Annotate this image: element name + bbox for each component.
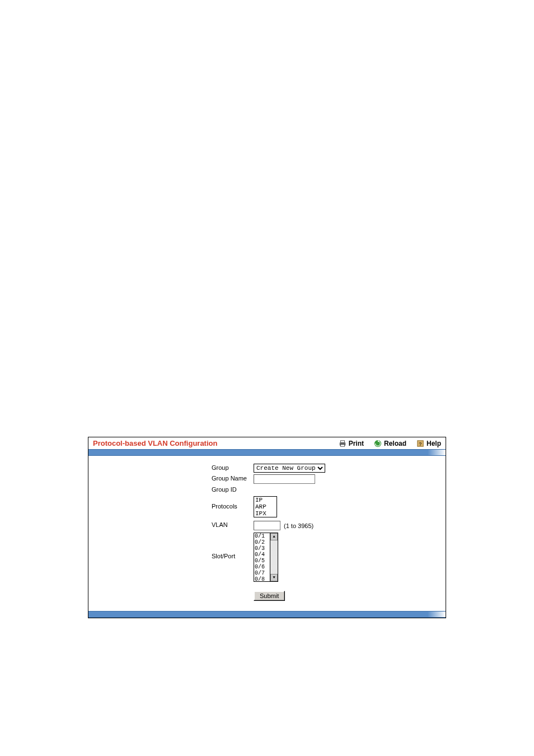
svg-text:?: ?: [419, 441, 421, 446]
group-name-label: Group Name: [88, 474, 254, 482]
list-item[interactable]: 0/3: [254, 545, 270, 552]
printer-icon: [339, 440, 346, 447]
group-id-label: Group ID: [88, 486, 254, 493]
list-item[interactable]: 0/5: [254, 558, 270, 564]
row-group-id: Group ID: [88, 486, 446, 493]
list-item[interactable]: 0/4: [254, 552, 270, 558]
row-vlan: VLAN (1 to 3965): [88, 521, 446, 530]
print-label: Print: [349, 440, 364, 447]
protocols-label: Protocols: [88, 496, 254, 510]
help-icon: ?: [416, 440, 424, 447]
submit-row: Submit: [88, 591, 446, 601]
row-protocols: Protocols IP ARP IPX: [88, 496, 446, 517]
scroll-up-icon[interactable]: ▲: [270, 533, 278, 540]
protocols-listbox[interactable]: IP ARP IPX: [254, 496, 277, 517]
reload-icon: [374, 440, 382, 447]
config-panel: Protocol-based VLAN Configuration Print …: [88, 437, 446, 618]
row-group: Group Create New Group: [88, 464, 446, 473]
vlan-input[interactable]: [254, 521, 280, 530]
scrollbar[interactable]: ▲ ▼: [270, 533, 278, 582]
scroll-track[interactable]: [270, 541, 278, 573]
list-item[interactable]: ARP: [254, 503, 277, 510]
slot-port-listbox[interactable]: 0/1 0/2 0/3 0/4 0/5 0/6 0/7 0/8 ▲ ▼: [254, 533, 278, 582]
list-item[interactable]: 0/6: [254, 564, 270, 570]
list-item[interactable]: IP: [254, 497, 277, 503]
page-title: Protocol-based VLAN Configuration: [93, 439, 339, 447]
panel-header: Protocol-based VLAN Configuration Print …: [88, 437, 446, 449]
svg-rect-2: [340, 444, 344, 446]
separator-bar-bottom: [88, 611, 446, 618]
list-item[interactable]: 0/2: [254, 539, 270, 545]
row-slot-port: Slot/Port 0/1 0/2 0/3 0/4 0/5 0/6 0/7 0/…: [88, 533, 446, 582]
help-button[interactable]: ? Help: [416, 440, 441, 447]
vlan-hint: (1 to 3965): [284, 522, 313, 529]
row-group-name: Group Name: [88, 474, 446, 484]
form-area: Group Create New Group Group Name Group …: [88, 456, 446, 611]
group-label: Group: [88, 464, 254, 471]
list-item[interactable]: IPX: [254, 510, 277, 517]
list-item[interactable]: 0/7: [254, 570, 270, 576]
help-label: Help: [427, 440, 441, 447]
list-item[interactable]: 0/8: [254, 576, 270, 582]
slot-port-label: Slot/Port: [88, 533, 254, 559]
print-button[interactable]: Print: [339, 440, 364, 447]
vlan-label: VLAN: [88, 521, 254, 528]
list-item[interactable]: 0/1: [254, 533, 270, 539]
svg-rect-1: [340, 440, 344, 442]
reload-label: Reload: [384, 440, 406, 447]
submit-button[interactable]: Submit: [254, 591, 285, 601]
group-name-input[interactable]: [254, 474, 315, 484]
group-select[interactable]: Create New Group: [254, 464, 325, 473]
toolbar: Print Reload ? Help: [339, 440, 441, 447]
reload-button[interactable]: Reload: [374, 440, 406, 447]
scroll-down-icon[interactable]: ▼: [270, 574, 278, 581]
separator-bar-top: [88, 449, 446, 456]
